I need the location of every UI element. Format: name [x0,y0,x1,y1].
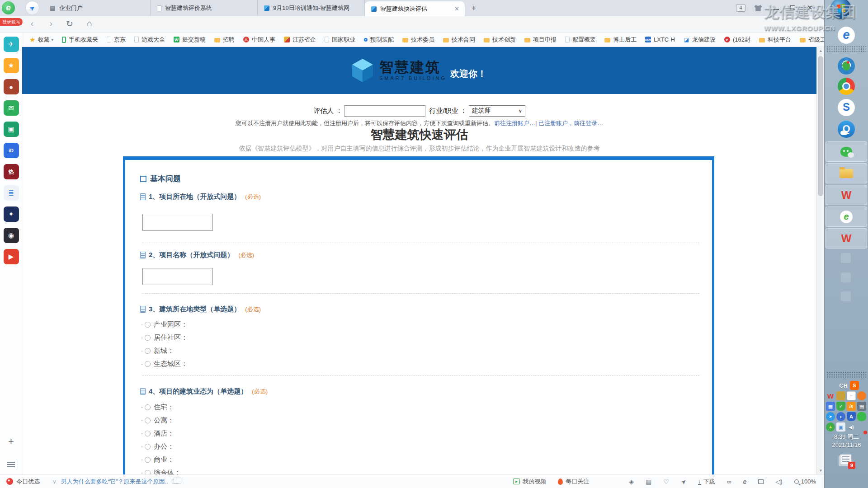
radio-option[interactable]: 办公： [142,442,174,451]
close-button[interactable]: ✕ [807,4,813,12]
login-link[interactable]: 已注册账户，前往登录… [538,120,603,127]
radio-option[interactable]: 商业： [142,455,174,464]
today-pick-label[interactable]: 今日优选 [16,478,40,486]
question-2-input[interactable] [142,268,213,285]
question-1-input[interactable] [142,214,213,231]
tray-icon[interactable] [857,391,866,400]
download-label[interactable]: 下载 [703,478,715,486]
page-scrollbar[interactable]: ▲ ▼ [816,47,824,474]
zoom-level[interactable]: 100% [801,478,816,485]
sidebar-app-icon[interactable]: ≣ [4,185,19,201]
daily-follow-label[interactable]: 每日关注 [566,478,589,486]
window-mode-icon[interactable] [758,479,764,484]
radio-option[interactable]: 生态城区： [142,360,188,368]
tray-icon[interactable]: ✓ [836,402,845,411]
back-button[interactable]: ‹ [26,19,38,28]
bookmark-item[interactable]: 省级工程 [800,36,824,44]
tray-icon[interactable]: ➤ [826,412,835,421]
tray-icon[interactable]: ▦ [826,402,835,411]
statusbar-chevron-icon[interactable]: ∨ [52,479,57,485]
add-app-button[interactable]: + [0,436,22,447]
zoom-icon[interactable] [794,479,799,484]
bookmark-item[interactable]: 人 中国人事 [243,36,275,44]
browser-logo-icon[interactable]: e [2,1,15,14]
browser-tab[interactable]: ▦ 企业门户 [43,0,151,16]
new-tab-button[interactable]: + [468,3,479,14]
bookmark-item[interactable]: 技术创新 [484,36,516,44]
scrollbar-thumb[interactable] [818,56,823,196]
radio-option[interactable]: 综合体： [142,469,181,474]
boost-rocket-icon[interactable]: ➤ [679,477,688,486]
360browser-window-button[interactable]: e [826,206,867,227]
mute-speaker-icon[interactable]: ◁) [775,478,782,485]
headline-link[interactable]: 男人为什么要多吃“它”？原来是这个原因.. [61,478,168,486]
home-button[interactable]: ⌂ [84,19,95,28]
sidebar-app-icon[interactable]: ✦ [4,206,19,222]
radio-option[interactable]: 居住社区： [142,333,188,342]
tray-icon[interactable]: ≡ [847,391,856,400]
radio-icon[interactable] [145,457,151,463]
bookmark-favorites[interactable]: ★ 收藏 ▾ [29,36,53,44]
evaluator-input[interactable] [344,105,425,117]
industry-select[interactable]: 建筑师 ∨ [469,105,525,117]
sidebar-app-icon[interactable]: ▣ [4,122,19,137]
radio-icon[interactable] [145,418,151,423]
wps-window-button-2[interactable]: W [826,228,867,249]
browser-tab[interactable]: 9月10日培训通知-智慧建筑网 [258,0,365,16]
bookmark-item[interactable]: e (162封 [724,36,750,44]
bookmark-item[interactable]: 手机收藏夹 [62,36,98,44]
bookmark-item[interactable]: 博士后工 [604,36,637,44]
sidebar-app-icon[interactable]: ✈ [4,37,19,52]
browser-tab[interactable]: 智慧建筑快速评估 ✕ [365,1,465,16]
radio-icon[interactable] [145,444,151,450]
tray-icon[interactable]: ▣ [836,422,845,432]
radio-icon[interactable] [145,404,151,410]
sidebar-app-icon[interactable]: ● [4,79,19,94]
tray-icon[interactable]: + [826,422,835,432]
bookmark-item[interactable]: 技术合同 [443,36,475,44]
radio-option[interactable]: 住宅： [142,403,174,412]
minimize-button[interactable] [773,9,779,10]
tray-icon[interactable]: A [847,412,856,421]
radio-icon[interactable] [145,470,151,474]
theme-skin-icon[interactable] [754,5,762,11]
tray-icon[interactable]: is [847,402,856,411]
tray-icon[interactable] [857,412,866,421]
my-videos-label[interactable]: 我的视频 [523,478,546,486]
bookmark-item[interactable]: 江苏省企 [284,36,316,44]
ie-quicklaunch-icon[interactable]: e [838,27,855,44]
tray-icon[interactable]: ◀) [847,422,856,432]
reload-button[interactable]: ↻ [64,19,75,29]
bookmark-item[interactable]: 预制装配 [364,36,394,44]
tray-icon[interactable]: CH [839,381,848,390]
sidebar-app-icon[interactable]: iD [4,143,19,158]
sogou-browser-icon[interactable]: S [838,99,855,116]
bookmark-item[interactable]: 京东 [107,36,126,44]
tray-icon[interactable]: W [826,391,835,400]
radio-icon[interactable] [145,431,151,436]
bookmark-item[interactable]: 招聘 [214,36,235,44]
scroll-up-icon[interactable]: ▲ [817,49,825,53]
radio-option[interactable]: 产业园区： [142,320,188,329]
wechat-window-button[interactable] [826,141,867,162]
explorer-window-button[interactable] [826,163,867,183]
bookmark-item[interactable]: W 提交新稿 [174,36,206,44]
bookmark-item[interactable]: 配置概要 [565,36,596,44]
bookmark-item[interactable]: 技术委员 [402,36,434,44]
bookmark-item[interactable]: DSM LXTC-H [645,36,675,43]
tray-icon[interactable]: S [850,381,859,390]
start-button[interactable] [830,0,851,19]
bookmark-item[interactable]: 游戏大全 [134,36,165,44]
tray-icon[interactable]: ▤ [857,402,866,411]
radio-icon[interactable] [145,361,151,367]
radio-icon[interactable] [145,335,151,341]
health-icon[interactable]: ♡ [663,478,669,485]
qq-browser-icon[interactable]: Q [838,121,855,138]
sidebar-app-icon[interactable]: ★ [4,58,19,73]
radio-icon[interactable] [145,348,151,354]
sidebar-app-icon[interactable]: 热 [4,164,19,179]
bookmark-item[interactable]: ◪ 龙信建设 [684,36,716,44]
picture-icon[interactable]: ▦ [646,478,651,485]
rail-menu-icon[interactable] [7,462,15,468]
forward-button[interactable]: › [45,19,57,28]
